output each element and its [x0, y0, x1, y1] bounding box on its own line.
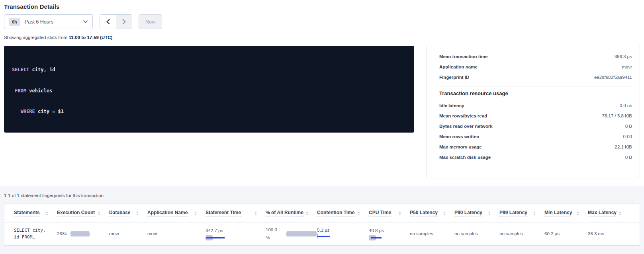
page-title: Transaction Details: [0, 0, 644, 10]
statements-table-header: Statements Execution Count Database Appl…: [4, 204, 640, 223]
column-header-statements[interactable]: Statements: [14, 210, 57, 217]
sql-text: city = $1: [35, 109, 64, 114]
next-interval-button[interactable]: [116, 15, 132, 29]
sort-icon[interactable]: [136, 211, 139, 215]
time-range-badge: 6h: [9, 18, 20, 26]
summary-row: Mean rows/bytes read 78.17 / 5.8 KiB: [439, 111, 632, 121]
cell-statement-fingerprint[interactable]: SELECT city, id FROM…: [14, 227, 57, 240]
summary-value: 22.1 KiB: [615, 145, 632, 149]
sql-text: city, id: [29, 67, 55, 72]
cell-contention-time: 5.1 µs: [317, 228, 369, 240]
cell-cpu-time: 40.8 µs: [369, 227, 410, 241]
column-header-pct-of-all-runtime[interactable]: % of All Runtime: [266, 210, 317, 217]
summary-row: Mean transaction time 386.3 µs: [439, 51, 632, 62]
sql-keyword: FROM: [15, 88, 26, 94]
summary-label: Max scratch disk usage: [439, 155, 491, 160]
column-header-database[interactable]: Database: [109, 210, 147, 217]
summary-row: Application name movr: [439, 62, 632, 72]
chevron-down-icon: [83, 20, 88, 23]
summary-row: Max scratch disk usage 0 B: [439, 152, 632, 162]
summary-divider: [439, 86, 632, 86]
previous-interval-button[interactable]: [100, 15, 116, 29]
caption-time-range: 11:00 to 17:59 (UTC): [69, 35, 112, 40]
cell-min-latency: 60.2 µs: [544, 231, 588, 236]
column-header-p90-latency[interactable]: P90 Latency: [454, 210, 499, 217]
time-range-dropdown[interactable]: 6h Past 6 Hours: [4, 14, 93, 29]
column-header-application-name[interactable]: Application Name: [147, 210, 206, 217]
column-header-contention-time[interactable]: Contention Time: [317, 210, 369, 217]
now-button[interactable]: Now: [139, 14, 162, 29]
cell-application-name: movr: [147, 231, 206, 236]
cpu-time-value: 40.8 µs: [369, 227, 385, 234]
statement-row: SELECT city, id FROM… 263k movr movr 342…: [4, 223, 640, 246]
sort-icon[interactable]: [306, 211, 308, 215]
statements-section: 1-1 of 1 statement fingerprints for this…: [0, 186, 644, 254]
summary-value: 78.17 / 5.8 KiB: [602, 113, 632, 118]
sort-icon[interactable]: [443, 211, 446, 215]
sort-icon[interactable]: [488, 211, 491, 215]
sort-icon[interactable]: [619, 211, 621, 215]
statement-time-bar: [206, 235, 225, 241]
cell-max-latency: 36.3 ms: [588, 231, 630, 236]
sort-icon[interactable]: [399, 211, 401, 215]
cell-p90-latency: no samples: [454, 231, 499, 236]
summary-label: Mean rows written: [439, 134, 479, 139]
sql-keyword: SELECT: [12, 67, 29, 72]
summary-row: Bytes read over network 0 B: [439, 121, 632, 131]
sort-icon[interactable]: [577, 211, 579, 215]
summary-value: 0.00: [623, 134, 632, 139]
time-toolbar: 6h Past 6 Hours Now: [4, 14, 644, 29]
column-header-p50-latency[interactable]: P50 Latency: [410, 210, 454, 217]
column-header-p99-latency[interactable]: P99 Latency: [499, 210, 544, 217]
summary-label: Bytes read over network: [439, 124, 493, 129]
sort-icon[interactable]: [533, 211, 536, 215]
sort-icon[interactable]: [98, 211, 100, 215]
aggregated-stats-caption: Showing aggregated stats from 11:00 to 1…: [4, 35, 644, 40]
statements-count-caption: 1-1 of 1 statement fingerprints for this…: [4, 193, 644, 198]
resource-usage-title: Transaction resource usage: [439, 90, 632, 96]
sort-icon[interactable]: [194, 211, 197, 215]
time-nav-group: [100, 14, 132, 29]
sql-line: FROM vehicles: [12, 88, 406, 95]
summary-label: Fingerprint ID: [439, 75, 469, 80]
transaction-summary-card: Mean transaction time 386.3 µs Applicati…: [426, 46, 640, 178]
summary-value: ee2df683f5aa9411: [594, 75, 632, 80]
summary-row: Idle latency 0.0 ns: [439, 100, 632, 111]
statements-table: Statements Execution Count Database Appl…: [4, 203, 640, 246]
summary-value: 386.3 µs: [615, 54, 632, 59]
sort-icon[interactable]: [358, 211, 360, 215]
cell-pct-of-all-runtime: 100.0 %: [266, 226, 317, 242]
sort-icon[interactable]: [46, 211, 48, 215]
pct-runtime-bar: [286, 231, 317, 236]
summary-label: Mean transaction time: [439, 54, 487, 59]
summary-row: Fingerprint ID ee2df683f5aa9411: [439, 72, 632, 82]
summary-label: Max memory usage: [439, 145, 482, 149]
summary-value: 0 B: [625, 155, 632, 160]
cell-statement-time: 342.7 µs: [206, 227, 266, 241]
sql-keyword: WHERE: [21, 109, 35, 114]
cell-p50-latency: no samples: [410, 231, 454, 236]
chevron-right-icon: [122, 19, 126, 24]
summary-value: 0 B: [625, 124, 632, 129]
summary-row: Mean rows written 0.00: [439, 131, 632, 142]
column-header-max-latency[interactable]: Max Latency: [588, 210, 630, 217]
time-range-label: Past 6 Hours: [25, 19, 83, 25]
contention-time-value: 5.1 µs: [317, 228, 369, 233]
column-header-execution-count[interactable]: Execution Count: [57, 210, 109, 217]
cpu-time-bar: [369, 235, 382, 241]
caption-prefix: Showing aggregated stats from: [4, 35, 69, 40]
summary-label: Idle latency: [439, 103, 464, 108]
sql-line: WHERE city = $1: [12, 108, 406, 115]
pct-runtime-value: 100.0 %: [266, 226, 282, 242]
column-header-cpu-time[interactable]: CPU Time: [369, 210, 410, 217]
cell-execution-count: 263k: [57, 231, 109, 236]
sql-line: SELECT city, id: [12, 66, 406, 74]
sql-indent: [12, 109, 21, 114]
chevron-left-icon: [106, 19, 110, 24]
sort-icon[interactable]: [254, 211, 257, 215]
sql-text: vehicles: [26, 88, 52, 94]
column-header-statement-time[interactable]: Statement Time: [206, 210, 266, 217]
column-header-min-latency[interactable]: Min Latency: [544, 210, 588, 217]
execution-count-value: 263k: [57, 231, 67, 236]
summary-value: 0.0 ns: [620, 103, 632, 108]
